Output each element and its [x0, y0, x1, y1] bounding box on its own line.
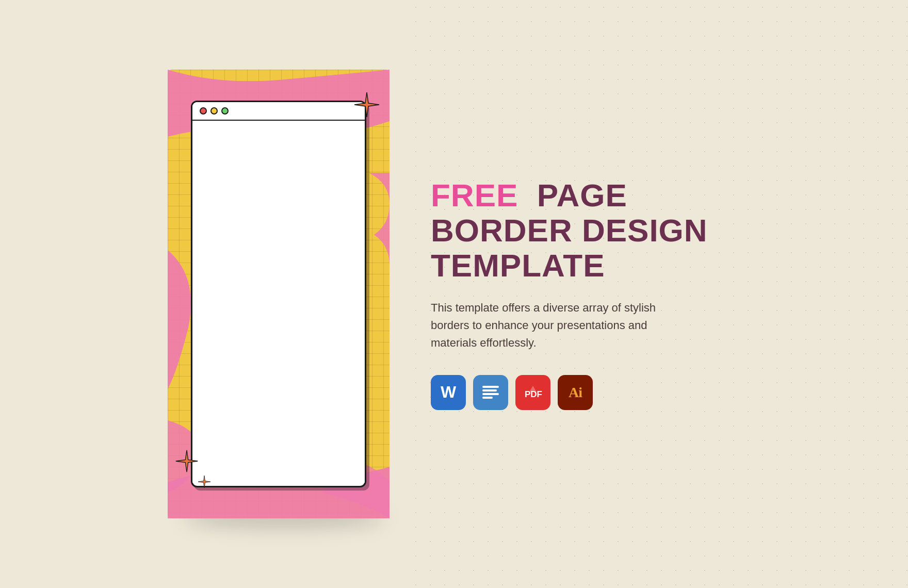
docs-lines-decoration [479, 383, 502, 402]
description-text: This template offers a diverse array of … [431, 299, 684, 352]
main-content: FREE PAGE BORDER DESIGN TEMPLATE This te… [0, 0, 908, 588]
minimize-button-icon [210, 107, 218, 115]
browser-window [191, 101, 366, 487]
word-icon-label: W [441, 383, 456, 402]
sparkle-top-right-icon [353, 91, 380, 118]
browser-titlebar [192, 102, 365, 121]
google-docs-icon[interactable] [473, 375, 508, 410]
sparkle-bottom-left-icon [175, 449, 199, 473]
page-title: FREE PAGE BORDER DESIGN TEMPLATE [431, 178, 740, 284]
word-icon[interactable]: W [431, 375, 466, 410]
browser-content-area [192, 121, 365, 483]
template-preview [168, 70, 390, 518]
pdf-icon-svg: PDF [522, 382, 544, 403]
title-free-word: FREE [431, 177, 518, 213]
close-button-icon [200, 107, 207, 115]
text-content-section: FREE PAGE BORDER DESIGN TEMPLATE This te… [431, 178, 740, 410]
docs-line-1 [482, 386, 499, 388]
docs-line-2 [482, 389, 497, 391]
illustrator-icon[interactable]: Ai [558, 375, 593, 410]
app-icons-row: W PDF Ai [431, 375, 740, 410]
pdf-icon[interactable]: PDF [515, 375, 550, 410]
sparkle-bottom-small-icon [198, 475, 211, 488]
maximize-button-icon [221, 107, 229, 115]
docs-line-4 [482, 397, 493, 399]
ai-icon-label: Ai [569, 384, 582, 401]
docs-line-3 [482, 393, 499, 395]
